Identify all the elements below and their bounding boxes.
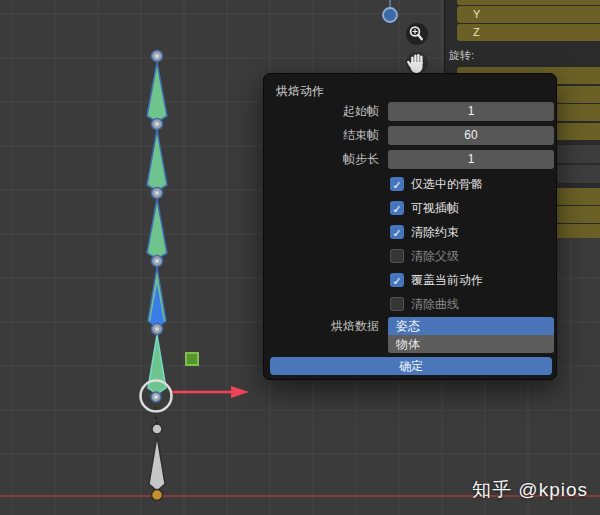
- bake-data-option-pose[interactable]: 姿态: [388, 317, 554, 335]
- location-y-field[interactable]: Y: [457, 6, 600, 23]
- active-bone-body[interactable]: [148, 335, 166, 394]
- selected-bone-chain[interactable]: [147, 51, 167, 403]
- checkbox-label: 覆盖当前动作: [411, 273, 483, 288]
- only-selected-bones-checkbox[interactable]: [390, 177, 404, 191]
- bone-root-sphere[interactable]: [152, 490, 163, 501]
- bake-action-dialog: 烘焙动作 起始帧 1 结束帧 60 帧步长 1 仅选中的骨骼 可视插帧 清除约束…: [263, 73, 557, 380]
- checkbox-label: 仅选中的骨骼: [411, 177, 483, 192]
- start-frame-input[interactable]: 1: [388, 102, 554, 121]
- clear-parents-checkbox[interactable]: [390, 249, 404, 263]
- start-frame-label: 起始帧: [264, 102, 379, 121]
- blender-viewport: X Y Z 旋转: 烘焙动作 起始帧 1 结束帧 60 帧步长 1 仅选中的骨骼…: [0, 0, 600, 515]
- bone-body[interactable]: [149, 436, 165, 491]
- bone-body[interactable]: [147, 62, 167, 122]
- dialog-title: 烘焙动作: [276, 83, 324, 100]
- bone-joint-sphere[interactable]: [152, 424, 162, 434]
- location-x-field[interactable]: X: [457, 0, 600, 5]
- location-z-field[interactable]: Z: [457, 24, 600, 41]
- bake-data-label: 烘焙数据: [264, 317, 379, 335]
- frame-step-input[interactable]: 1: [388, 150, 554, 169]
- end-frame-label: 结束帧: [264, 126, 379, 145]
- checkbox-label: 清除父级: [411, 249, 459, 264]
- overwrite-action-checkbox[interactable]: [390, 273, 404, 287]
- bone-body[interactable]: [147, 130, 167, 191]
- checkbox-label: 清除曲线: [411, 297, 459, 312]
- viewport-pan-button[interactable]: [406, 52, 428, 74]
- bake-data-option-object[interactable]: 物体: [388, 335, 554, 353]
- axis-gizmo-handle[interactable]: [383, 0, 397, 22]
- visual-keying-checkbox[interactable]: [390, 201, 404, 215]
- checkbox-label: 可视插帧: [411, 201, 459, 216]
- end-frame-input[interactable]: 60: [388, 126, 554, 145]
- frame-step-label: 帧步长: [264, 150, 379, 169]
- confirm-button[interactable]: 确定: [270, 357, 552, 375]
- clean-curves-checkbox[interactable]: [390, 297, 404, 311]
- rotation-label: 旋转:: [449, 48, 474, 63]
- checkbox-label: 清除约束: [411, 225, 459, 240]
- bone-body[interactable]: [147, 199, 167, 259]
- watermark: 知乎 @kpios: [472, 477, 588, 503]
- object-origin-marker[interactable]: [186, 353, 198, 365]
- clear-constraints-checkbox[interactable]: [390, 225, 404, 239]
- viewport-zoom-button[interactable]: [406, 23, 428, 45]
